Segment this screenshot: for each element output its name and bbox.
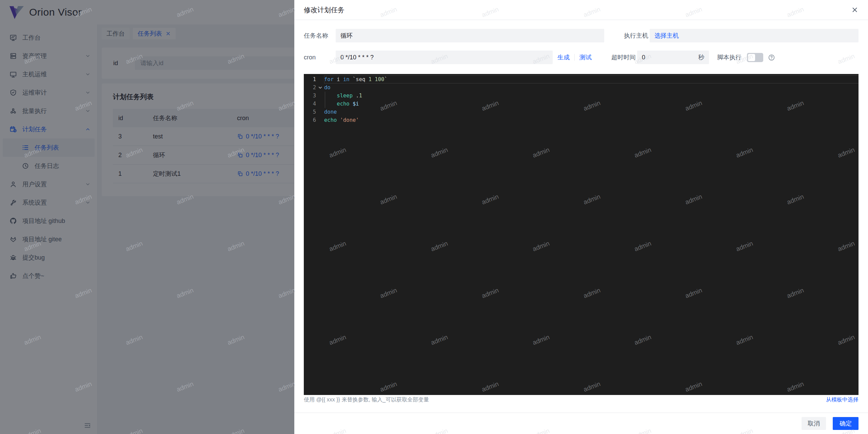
fold-gutter — [316, 92, 324, 100]
line-number: 1 — [304, 75, 316, 83]
timeout-label: 超时时间 — [611, 53, 637, 61]
cron-generate-link[interactable]: 生成 — [557, 53, 570, 61]
modal-title: 修改计划任务 — [304, 5, 344, 15]
indent-guide — [325, 92, 325, 108]
modal-header: 修改计划任务 — [294, 0, 868, 20]
page: Orion Visor 工作台资产管理主机运维运维审计批量执行计划任务任务列表任… — [0, 0, 868, 434]
timeout-input[interactable] — [637, 51, 698, 64]
timeout-unit: 秒 — [698, 53, 709, 61]
fold-gutter — [316, 108, 324, 116]
divider — [574, 54, 575, 61]
editor-line-2: 2do — [304, 83, 859, 92]
code-text: sleep .1 — [324, 92, 859, 100]
cron-input[interactable] — [336, 51, 553, 64]
form-row-cron: cron 生成 测试 超时时间 秒 脚本执行 — [304, 51, 859, 64]
code-text: echo $i — [324, 100, 859, 108]
editor-line-3: 3 sleep .1 — [304, 92, 859, 100]
cron-label: cron — [304, 54, 336, 61]
toggle-knob — [748, 54, 755, 61]
fold-gutter — [316, 100, 324, 108]
editor-hint-row: 使用 @{{ xxx }} 来替换参数, 输入_可以获取全部变量 从模板中选择 — [304, 396, 859, 403]
code-text: for i in `seq 1 100` — [324, 75, 859, 83]
modal-footer: 取消 确定 — [294, 413, 868, 434]
script-code-editor[interactable]: 1for i in `seq 1 100`2do3 sleep .14 echo… — [304, 74, 859, 395]
line-number: 3 — [304, 92, 316, 100]
editor-line-5: 5done — [304, 108, 859, 116]
question-circle-icon — [768, 54, 775, 61]
fold-chevron-icon[interactable] — [316, 83, 324, 92]
code-text: done — [324, 108, 859, 116]
edit-schedule-task-modal: 修改计划任务 任务名称 执行主机 选择主机 cron 生成 测试 超时时间 — [294, 0, 868, 434]
line-number: 6 — [304, 116, 316, 124]
exec-host-label: 执行主机 — [624, 32, 650, 40]
line-number: 2 — [304, 83, 316, 92]
code-text: echo 'done' — [324, 116, 859, 124]
timeout-field: 秒 — [637, 51, 709, 64]
task-name-input[interactable] — [336, 29, 604, 42]
cron-field — [336, 51, 553, 64]
close-icon[interactable] — [851, 6, 859, 14]
line-number: 4 — [304, 100, 316, 108]
task-name-label: 任务名称 — [304, 32, 336, 40]
ok-button[interactable]: 确定 — [833, 417, 859, 430]
cancel-button[interactable]: 取消 — [802, 417, 826, 430]
form-row-name-host: 任务名称 执行主机 选择主机 — [304, 29, 859, 42]
task-name-field — [336, 29, 604, 42]
script-exec-toggle[interactable] — [747, 53, 763, 62]
line-number: 5 — [304, 108, 316, 116]
editor-line-6: 6echo 'done' — [304, 116, 859, 124]
parameter-hint: 使用 @{{ xxx }} 来替换参数, 输入_可以获取全部变量 — [304, 396, 429, 403]
select-from-template-link[interactable]: 从模板中选择 — [826, 396, 859, 403]
editor-line-4: 4 echo $i — [304, 100, 859, 108]
fold-gutter — [316, 116, 324, 124]
exec-host-field: 选择主机 — [650, 29, 859, 42]
code-text: do — [324, 83, 859, 92]
editor-line-1: 1for i in `seq 1 100` — [304, 75, 859, 83]
script-exec-label: 脚本执行 — [717, 53, 742, 61]
fold-gutter — [316, 75, 324, 83]
select-host-link[interactable]: 选择主机 — [654, 32, 679, 40]
cron-test-link[interactable]: 测试 — [579, 53, 592, 61]
